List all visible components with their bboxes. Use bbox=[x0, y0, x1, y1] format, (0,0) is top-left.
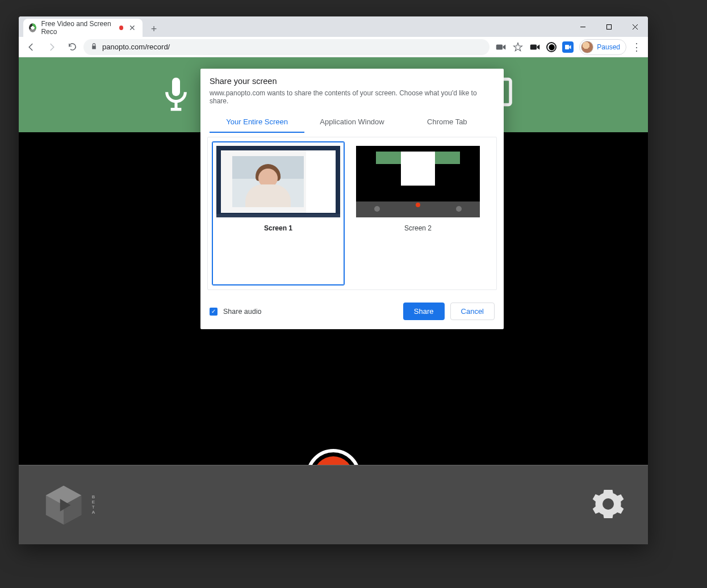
tab-title: Free Video and Screen Reco bbox=[41, 20, 115, 36]
tab-strip: Free Video and Screen Reco ✕ + bbox=[19, 16, 648, 37]
window-controls bbox=[570, 16, 648, 37]
dialog-footer: ✓ Share audio Share Cancel bbox=[200, 295, 504, 329]
profile-chip[interactable]: Paused bbox=[579, 39, 626, 55]
avatar-icon bbox=[581, 41, 593, 53]
tab-favicon bbox=[29, 23, 36, 32]
dialog-title: Share your screen bbox=[210, 77, 495, 86]
tab-close-icon[interactable]: ✕ bbox=[128, 23, 137, 32]
bookmark-star-icon[interactable] bbox=[512, 41, 524, 53]
address-bar[interactable]: panopto.com/record/ bbox=[83, 39, 490, 55]
profile-status: Paused bbox=[597, 43, 620, 51]
recording-indicator-icon bbox=[119, 26, 123, 30]
browser-toolbar: panopto.com/record/ ⬤ Paused ⋮ bbox=[19, 37, 648, 57]
screen-1-label: Screen 1 bbox=[216, 224, 340, 232]
screen-option-1[interactable]: Screen 1 bbox=[212, 142, 344, 285]
extension-icon-2[interactable]: ⬤ bbox=[546, 42, 557, 52]
screen-1-thumbnail bbox=[216, 146, 340, 217]
recorder-bottom-bar: BETA bbox=[19, 465, 648, 544]
browser-tab[interactable]: Free Video and Screen Reco ✕ bbox=[23, 19, 143, 37]
microphone-icon bbox=[160, 76, 192, 114]
tab-application-window[interactable]: Application Window bbox=[304, 113, 399, 133]
svg-rect-7 bbox=[172, 78, 180, 96]
cancel-button[interactable]: Cancel bbox=[450, 303, 495, 320]
window-close-button[interactable] bbox=[622, 18, 648, 35]
extension-icon-3[interactable] bbox=[562, 41, 574, 53]
share-audio-checkbox[interactable]: ✓ Share audio bbox=[210, 308, 261, 316]
minimize-button[interactable] bbox=[570, 18, 596, 35]
svg-rect-4 bbox=[496, 44, 503, 49]
screen-options-grid: Screen 1 Screen 2 bbox=[207, 137, 497, 290]
screen-2-thumbnail bbox=[356, 146, 480, 217]
chrome-menu-icon[interactable]: ⋮ bbox=[629, 41, 645, 53]
checkbox-checked-icon: ✓ bbox=[210, 308, 217, 316]
dialog-tabs: Your Entire Screen Application Window Ch… bbox=[210, 113, 495, 133]
tab-chrome-tab[interactable]: Chrome Tab bbox=[400, 113, 495, 133]
panopto-logo: BETA bbox=[41, 483, 86, 527]
lock-icon bbox=[90, 43, 98, 52]
share-screen-dialog: Share your screen www.panopto.com wants … bbox=[200, 69, 504, 329]
camera-extension-icon[interactable] bbox=[495, 41, 507, 53]
svg-rect-1 bbox=[606, 24, 611, 29]
new-tab-button[interactable]: + bbox=[146, 21, 162, 37]
forward-button[interactable] bbox=[43, 38, 61, 56]
share-audio-label: Share audio bbox=[223, 308, 261, 316]
svg-rect-5 bbox=[530, 44, 537, 49]
gear-icon bbox=[591, 487, 625, 521]
svg-rect-6 bbox=[565, 45, 569, 49]
url-text: panopto.com/record/ bbox=[102, 43, 170, 51]
settings-button[interactable] bbox=[591, 487, 625, 523]
dialog-subtitle: www.panopto.com wants to share the conte… bbox=[210, 89, 495, 105]
browser-window: Free Video and Screen Reco ✕ + bbox=[19, 16, 648, 544]
screen-2-label: Screen 2 bbox=[356, 224, 480, 232]
reload-button[interactable] bbox=[63, 38, 81, 56]
screen-option-2[interactable]: Screen 2 bbox=[352, 142, 484, 285]
share-button[interactable]: Share bbox=[403, 303, 445, 320]
maximize-button[interactable] bbox=[596, 18, 622, 35]
extension-icon-1[interactable] bbox=[529, 41, 541, 53]
beta-label: BETA bbox=[92, 494, 95, 515]
extension-icons: ⬤ bbox=[492, 41, 577, 53]
tab-entire-screen[interactable]: Your Entire Screen bbox=[210, 113, 304, 133]
back-button[interactable] bbox=[22, 38, 40, 56]
